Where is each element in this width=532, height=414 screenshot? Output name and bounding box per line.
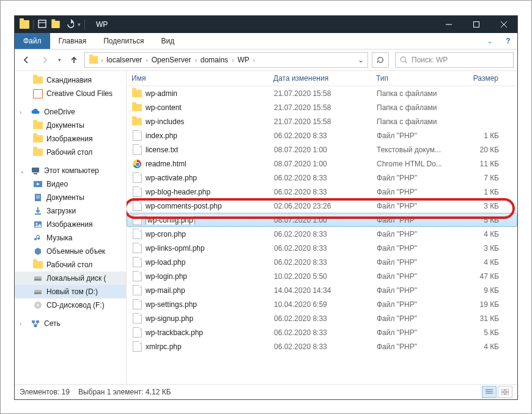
file-size: 5 КБ	[462, 328, 499, 337]
tree-item[interactable]: ›OneDrive	[15, 105, 126, 119]
file-row[interactable]: wp-settings.php10.04.2020 6:59Файл "PHP"…	[127, 297, 517, 311]
tree-item[interactable]: CD-дисковод (F:)	[15, 298, 126, 312]
tree-item[interactable]: Документы	[15, 119, 126, 132]
chevron-right-icon[interactable]: ›	[253, 57, 255, 64]
file-date: 21.07.2020 15:58	[274, 103, 377, 112]
tree-item[interactable]: Изображения	[15, 132, 126, 146]
tree-item[interactable]: Рабочий стол	[15, 258, 126, 272]
breadcrumb[interactable]: localserver	[103, 56, 146, 64]
svg-rect-26	[36, 320, 39, 323]
svg-rect-14	[35, 213, 41, 215]
tree-item[interactable]: Видео	[15, 177, 126, 191]
tree-item[interactable]: ⌄Этот компьютер	[15, 164, 126, 177]
file-row[interactable]: wp-admin21.07.2020 15:58Папка с файлами	[127, 86, 517, 100]
doc-icon	[33, 193, 43, 202]
maximize-button[interactable]	[462, 16, 490, 33]
folder-icon	[132, 117, 142, 127]
tree-item[interactable]: Скандинавия	[15, 73, 126, 87]
minimize-button[interactable]	[435, 16, 462, 33]
tree-item[interactable]: Creative Cloud Files	[15, 87, 126, 100]
search-icon	[399, 56, 408, 64]
refresh-button[interactable]	[372, 52, 389, 68]
file-row[interactable]: wp-signup.php06.02.2020 8:33Файл "PHP"31…	[127, 311, 517, 325]
file-type: Файл "PHP"	[377, 342, 462, 351]
drive-icon	[33, 287, 43, 297]
tree-item[interactable]: Загрузки	[15, 204, 126, 218]
file-row[interactable]: wp-content21.07.2020 15:58Папка с файлам…	[127, 100, 517, 114]
file-date: 10.02.2020 5:50	[274, 272, 377, 281]
file-row[interactable]: wp-trackback.php06.02.2020 8:33Файл "PHP…	[127, 325, 517, 339]
navigation-tree[interactable]: СкандинавияCreative Cloud Files›OneDrive…	[15, 71, 127, 384]
qat-undo-icon[interactable]	[64, 19, 74, 31]
col-type[interactable]: Тип	[376, 74, 462, 83]
column-headers[interactable]: Имя Дата изменения Тип Размер	[127, 71, 517, 86]
file-row[interactable]: index.php06.02.2020 8:33Файл "PHP"1 КБ	[127, 128, 517, 142]
address-dropdown-icon[interactable]: ⌄	[355, 56, 366, 64]
tree-item-label: Загрузки	[46, 207, 76, 215]
file-name: xmlrpc.php	[146, 342, 274, 351]
tree-item-label: Объемные объек	[46, 247, 105, 256]
breadcrumb[interactable]: domains	[197, 56, 232, 64]
file-row[interactable]: readme.html08.07.2020 1:00Chrome HTML Do…	[127, 157, 517, 171]
breadcrumb[interactable]: WP	[234, 56, 253, 64]
search-input[interactable]: Поиск: WP	[395, 52, 514, 68]
address-bar[interactable]: › localserver › OpenServer › domains › W…	[84, 52, 368, 68]
file-row[interactable]: wp-load.php06.02.2020 8:33Файл "PHP"4 КБ	[127, 255, 517, 269]
tab-share[interactable]: Поделиться	[95, 33, 152, 49]
file-row[interactable]: xmlrpc.php06.02.2020 8:33Файл "PHP"4 КБ	[127, 339, 517, 353]
up-button[interactable]	[66, 52, 82, 68]
tree-item[interactable]: Локальный диск (	[15, 272, 126, 285]
file-row[interactable]: wp-includes21.07.2020 15:58Папка с файла…	[127, 114, 517, 128]
file-type: Файл "PHP"	[377, 131, 462, 140]
breadcrumb[interactable]: OpenServer	[148, 56, 195, 64]
tree-item[interactable]: Музыка	[15, 231, 126, 245]
qat-dropdown-icon[interactable]: ▾	[78, 21, 81, 28]
file-row[interactable]: wp-blog-header.php06.02.2020 8:33Файл "P…	[127, 185, 517, 199]
file-icon	[132, 187, 142, 197]
file-row[interactable]: wp-cron.php06.02.2020 8:33Файл "PHP"4 КБ	[127, 227, 517, 241]
tab-home[interactable]: Главная	[50, 33, 95, 49]
svg-rect-25	[32, 320, 35, 323]
svg-point-16	[36, 223, 38, 225]
tree-item-label: CD-дисковод (F:)	[46, 301, 105, 309]
svg-rect-0	[39, 20, 46, 28]
col-date[interactable]: Дата изменения	[273, 74, 376, 83]
file-row[interactable]: license.txt08.07.2020 1:00Текстовый доку…	[127, 142, 517, 157]
file-icon	[132, 145, 142, 155]
folder-icon	[33, 134, 43, 144]
file-row[interactable]: wp-config.php08.07.2020 1:00Файл "PHP"5 …	[127, 213, 517, 227]
help-icon[interactable]: ?	[499, 33, 517, 49]
qat-newfolder-icon[interactable]	[51, 21, 60, 28]
recent-dropdown[interactable]: ▾	[55, 52, 64, 68]
file-row[interactable]: wp-mail.php14.04.2020 14:34Файл "PHP"9 К…	[127, 283, 517, 297]
col-size[interactable]: Размер	[462, 74, 498, 83]
col-name[interactable]: Имя	[131, 74, 273, 83]
file-row[interactable]: wp-login.php10.02.2020 5:50Файл "PHP"47 …	[127, 269, 517, 283]
file-date: 06.02.2020 8:33	[274, 230, 377, 238]
tree-item[interactable]: ›Сеть	[15, 317, 126, 330]
file-row[interactable]: wp-activate.php06.02.2020 8:33Файл "PHP"…	[127, 171, 517, 185]
tab-view[interactable]: Вид	[152, 33, 183, 49]
tree-item[interactable]: Новый том (D:)	[15, 285, 126, 298]
forward-button[interactable]	[37, 52, 53, 68]
tree-item[interactable]: Документы	[15, 191, 126, 204]
file-date: 06.02.2020 8:33	[274, 174, 377, 182]
file-row[interactable]: wp-links-opml.php06.02.2020 8:33Файл "PH…	[127, 241, 517, 255]
disk-icon	[33, 273, 43, 283]
view-details-button[interactable]	[482, 386, 497, 398]
view-icons-button[interactable]	[498, 386, 512, 398]
tree-item[interactable]: Рабочий стол	[15, 146, 126, 159]
titlebar: ▾ WP	[15, 16, 517, 33]
close-button[interactable]	[490, 16, 517, 33]
file-size: 11 КБ	[462, 160, 499, 168]
file-date: 21.07.2020 15:58	[274, 117, 377, 126]
ribbon-tabs: Файл Главная Поделиться Вид ⌄ ?	[15, 33, 517, 50]
tree-item[interactable]: Изображения	[15, 218, 126, 231]
tab-file[interactable]: Файл	[15, 33, 50, 49]
file-type: Папка с файлами	[377, 103, 462, 112]
ribbon-expand-icon[interactable]: ⌄	[481, 33, 499, 49]
tree-item[interactable]: Объемные объек	[15, 245, 126, 258]
qat-properties-icon[interactable]	[37, 19, 47, 31]
file-row[interactable]: wp-comments-post.php02.06.2020 23:26Файл…	[127, 199, 517, 213]
back-button[interactable]	[18, 52, 34, 68]
